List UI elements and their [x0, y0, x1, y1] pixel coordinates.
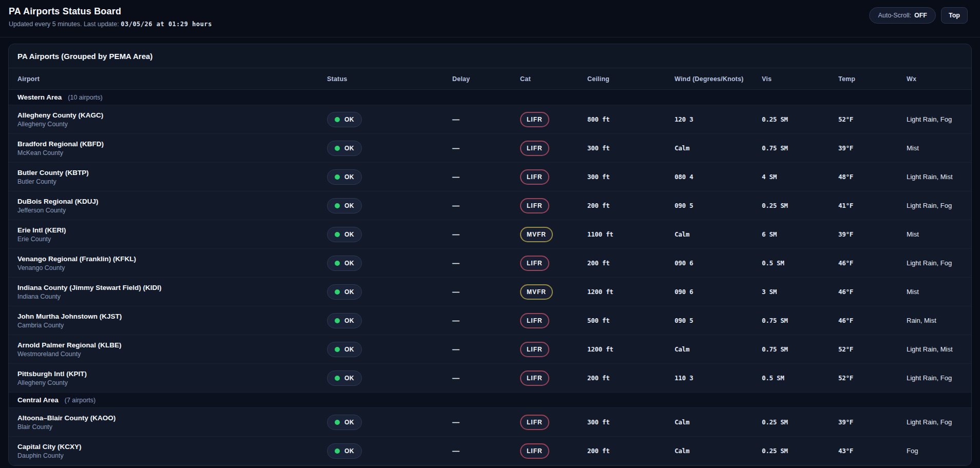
vis-cell: 0.75 SM — [762, 345, 838, 353]
ceiling-cell: 1100 ft — [587, 230, 675, 238]
wind-cell: Calm — [675, 144, 762, 152]
topbar-controls: Auto-Scroll: OFF Top — [869, 7, 968, 24]
status-text: OK — [344, 419, 354, 426]
update-frequency-text: Updated every 5 minutes. Last update: — [9, 21, 121, 28]
airport-name: Altoona–Blair County (KAOO) — [17, 414, 327, 422]
ceiling-cell: 300 ft — [587, 144, 675, 152]
status-badge: OK — [327, 313, 362, 328]
panel-title: PA Airports (Grouped by PEMA Area) — [9, 44, 971, 68]
status-cell: OK — [327, 198, 452, 213]
status-cell: OK — [327, 415, 452, 430]
airport-row: Altoona–Blair County (KAOO) Blair County… — [9, 408, 971, 437]
status-badge: OK — [327, 371, 362, 386]
status-text: OK — [344, 375, 354, 382]
airport-name: Bradford Regional (KBFD) — [17, 140, 327, 148]
temp-cell: 52°F — [838, 374, 907, 382]
airport-name: Venango Regional (Franklin) (KFKL) — [17, 255, 327, 263]
wx-cell: Light Rain, Fog — [907, 374, 963, 382]
airport-row: Venango Regional (Franklin) (KFKL) Venan… — [9, 249, 971, 278]
ceiling-cell: 300 ft — [587, 418, 675, 426]
column-header: Airport — [17, 75, 327, 83]
airport-row: John Murtha Johnstown (KJST) Cambria Cou… — [9, 306, 971, 335]
airport-cell: Bradford Regional (KBFD) McKean County — [17, 140, 327, 157]
temp-cell: 48°F — [838, 173, 907, 181]
column-header: Temp — [838, 75, 907, 83]
cat-badge: LIFR — [520, 415, 549, 430]
airport-cell: Capital City (KCXY) Dauphin County — [17, 443, 327, 459]
status-ok-dot-icon — [335, 318, 340, 323]
wx-cell: Light Rain, Mist — [907, 345, 963, 353]
delay-cell: — — [452, 345, 520, 354]
airport-row: Capital City (KCXY) Dauphin County OK — … — [9, 437, 971, 465]
wx-cell: Light Rain, Fog — [907, 259, 963, 267]
vis-cell: 4 SM — [762, 173, 838, 181]
status-ok-dot-icon — [335, 174, 340, 180]
airport-name: Allegheny County (KAGC) — [17, 111, 327, 119]
cat-cell: LIFR — [520, 198, 587, 213]
wx-cell: Light Rain, Fog — [907, 202, 963, 209]
status-ok-dot-icon — [335, 347, 340, 352]
status-text: OK — [344, 145, 354, 152]
airport-cell: Allegheny County (KAGC) Allegheny County — [17, 111, 327, 128]
ceiling-cell: 500 ft — [587, 317, 675, 324]
wx-cell: Fog — [907, 447, 963, 455]
vis-cell: 0.25 SM — [762, 418, 838, 426]
airport-row: Erie Intl (KERI) Erie County OK — MVFR 1… — [9, 220, 971, 249]
cat-cell: LIFR — [520, 141, 587, 156]
ceiling-cell: 200 ft — [587, 447, 675, 455]
airport-county: Allegheny County — [17, 121, 327, 128]
wind-cell: 090 6 — [675, 288, 762, 296]
wind-cell: Calm — [675, 230, 762, 238]
status-text: OK — [344, 231, 354, 238]
airport-county: Indiana County — [17, 293, 327, 300]
cat-badge: LIFR — [520, 169, 549, 185]
temp-cell: 39°F — [838, 418, 907, 426]
cat-badge: LIFR — [520, 443, 549, 459]
temp-cell: 52°F — [838, 345, 907, 353]
wind-cell: Calm — [675, 418, 762, 426]
temp-cell: 39°F — [838, 144, 907, 152]
page-header: PA Airports Status Board Updated every 5… — [0, 0, 980, 37]
wx-cell: Mist — [907, 230, 963, 238]
cat-badge: LIFR — [520, 256, 549, 271]
airport-row: Arnold Palmer Regional (KLBE) Westmorela… — [9, 335, 971, 364]
auto-scroll-label: Auto-Scroll: — [878, 12, 911, 19]
status-badge: OK — [327, 284, 362, 300]
column-header: Vis — [762, 75, 838, 83]
cat-badge: LIFR — [520, 112, 549, 127]
status-cell: OK — [327, 141, 452, 156]
status-ok-dot-icon — [335, 203, 340, 208]
status-cell: OK — [327, 284, 452, 300]
airport-county: Dauphin County — [17, 452, 327, 459]
airport-row: Bradford Regional (KBFD) McKean County O… — [9, 134, 971, 163]
vis-cell: 0.75 SM — [762, 317, 838, 324]
wind-cell: 090 5 — [675, 202, 762, 209]
airport-county: Venango County — [17, 264, 327, 271]
wind-cell: 120 3 — [675, 115, 762, 123]
status-ok-dot-icon — [335, 261, 340, 266]
airport-cell: Pittsburgh Intl (KPIT) Allegheny County — [17, 370, 327, 386]
status-text: OK — [344, 173, 354, 181]
airport-county: Allegheny County — [17, 379, 327, 386]
status-badge: OK — [327, 198, 362, 213]
status-text: OK — [344, 447, 354, 455]
wind-cell: Calm — [675, 447, 762, 455]
vis-cell: 0.75 SM — [762, 144, 838, 152]
scroll-top-button[interactable]: Top — [941, 7, 968, 24]
status-cell: OK — [327, 227, 452, 242]
airport-cell: John Murtha Johnstown (KJST) Cambria Cou… — [17, 313, 327, 329]
vis-cell: 0.25 SM — [762, 447, 838, 455]
column-header: Status — [327, 75, 452, 83]
group-name: Western Area — [17, 93, 62, 101]
airport-name: Pittsburgh Intl (KPIT) — [17, 370, 327, 378]
temp-cell: 52°F — [838, 115, 907, 123]
temp-cell: 43°F — [838, 447, 907, 455]
status-text: OK — [344, 202, 354, 209]
auto-scroll-toggle[interactable]: Auto-Scroll: OFF — [869, 7, 936, 24]
delay-cell: — — [452, 288, 520, 296]
airport-cell: Indiana County (Jimmy Stewart Field) (KI… — [17, 284, 327, 300]
wind-cell: 090 5 — [675, 317, 762, 324]
airport-county: Blair County — [17, 423, 327, 431]
airport-name: Capital City (KCXY) — [17, 443, 327, 451]
airport-name: Butler County (KBTP) — [17, 169, 327, 177]
